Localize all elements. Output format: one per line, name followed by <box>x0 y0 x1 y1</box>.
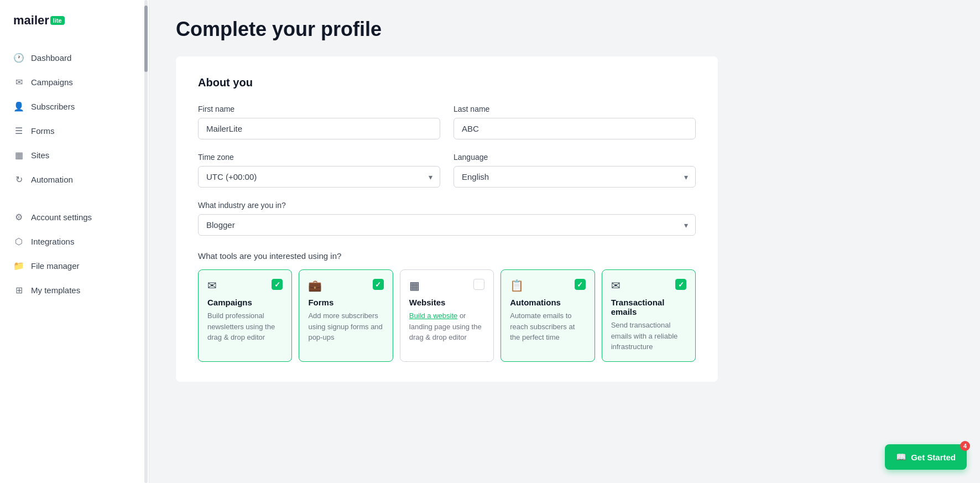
tool-card-header: ✉ <box>611 279 686 292</box>
sidebar-item-campaigns[interactable]: ✉ Campaigns <box>0 70 149 94</box>
logo-badge: lite <box>50 16 65 25</box>
sidebar-item-label: My templates <box>31 285 80 295</box>
logo: mailer lite <box>13 13 135 28</box>
industry-select[interactable]: Blogger E-commerce Agency SaaS Non-profi… <box>198 214 696 236</box>
sidebar-item-label: Integrations <box>31 237 74 246</box>
tool-name: Websites <box>409 298 484 307</box>
tool-desc: Build a website or landing page using th… <box>409 310 484 343</box>
logo-text: mailer <box>13 13 49 28</box>
logo-area: mailer lite <box>0 13 149 45</box>
tool-card-header: 📋 <box>510 279 585 292</box>
tool-card-header: ▦ <box>409 279 484 292</box>
forms-checkbox[interactable] <box>373 279 384 290</box>
sidebar-item-subscribers[interactable]: 👤 Subscribers <box>0 94 149 118</box>
user-icon: 👤 <box>13 101 24 112</box>
tool-desc: Add more subscribers using signup forms … <box>308 310 383 343</box>
transactional-checkbox[interactable] <box>675 279 686 290</box>
industry-label: What industry are you in? <box>198 201 696 210</box>
tool-desc: Automate emails to reach subscribers at … <box>510 310 585 343</box>
sidebar-item-label: Sites <box>31 150 49 160</box>
last-name-input[interactable] <box>453 118 696 139</box>
tool-name: Campaigns <box>207 298 283 307</box>
sites-icon: ▦ <box>13 149 24 160</box>
tool-card-transactional[interactable]: ✉ Transactional emails Send transactiona… <box>602 269 696 362</box>
sidebar-item-label: Forms <box>31 126 55 136</box>
tool-card-header: 💼 <box>308 279 383 292</box>
websites-checkbox[interactable] <box>473 279 484 290</box>
website-link[interactable]: Build a website <box>409 311 457 320</box>
tool-card-header: ✉ <box>207 279 283 292</box>
main-content: Complete your profile About you First na… <box>149 0 980 483</box>
tool-desc: Build professional newsletters using the… <box>207 310 283 343</box>
book-icon: 📖 <box>896 452 906 462</box>
profile-card: About you First name Last name Time zone… <box>176 56 718 382</box>
get-started-button[interactable]: 📖 Get Started 4 <box>885 444 967 470</box>
industry-group: What industry are you in? Blogger E-comm… <box>198 201 696 236</box>
tool-name: Transactional emails <box>611 298 686 316</box>
tool-card-forms[interactable]: 💼 Forms Add more subscribers using signu… <box>299 269 393 362</box>
email-icon: ✉ <box>207 279 217 292</box>
tools-section: What tools are you interested using in? … <box>198 251 696 362</box>
sidebar-item-sites[interactable]: ▦ Sites <box>0 143 149 167</box>
sidebar-item-automation[interactable]: ↻ Automation <box>0 167 149 191</box>
name-row: First name Last name <box>198 105 696 139</box>
sidebar-item-label: File manager <box>31 261 80 271</box>
notification-badge: 4 <box>960 441 970 451</box>
sidebar-item-my-templates[interactable]: ⊞ My templates <box>0 278 149 302</box>
timezone-label: Time zone <box>198 153 440 162</box>
get-started-label: Get Started <box>911 453 956 462</box>
last-name-label: Last name <box>453 105 696 113</box>
industry-row: What industry are you in? Blogger E-comm… <box>198 201 696 236</box>
timezone-select-wrapper: UTC (+00:00) UTC (+01:00) UTC (+02:00) U… <box>198 166 440 188</box>
automation-icon: 📋 <box>510 279 524 292</box>
timezone-group: Time zone UTC (+00:00) UTC (+01:00) UTC … <box>198 153 440 188</box>
transactional-icon: ✉ <box>611 279 621 292</box>
tools-grid: ✉ Campaigns Build professional newslette… <box>198 269 696 362</box>
language-select[interactable]: English Spanish French German Portuguese <box>453 166 696 188</box>
sidebar-item-dashboard[interactable]: 🕐 Dashboard <box>0 45 149 70</box>
templates-icon: ⊞ <box>13 284 24 295</box>
language-label: Language <box>453 153 696 162</box>
timezone-select[interactable]: UTC (+00:00) UTC (+01:00) UTC (+02:00) U… <box>198 166 440 188</box>
tool-desc: Send transactional emails with a reliabl… <box>611 320 686 352</box>
tool-card-campaigns[interactable]: ✉ Campaigns Build professional newslette… <box>198 269 292 362</box>
integrations-icon: ⬡ <box>13 236 24 247</box>
first-name-group: First name <box>198 105 440 139</box>
tool-card-websites[interactable]: ▦ Websites Build a website or landing pa… <box>400 269 494 362</box>
sidebar-item-label: Dashboard <box>31 53 71 63</box>
first-name-input[interactable] <box>198 118 440 139</box>
tool-name: Forms <box>308 298 383 307</box>
first-name-label: First name <box>198 105 440 113</box>
clock-icon: 🕐 <box>13 52 24 63</box>
automation-icon: ↻ <box>13 174 24 185</box>
folder-icon: 📁 <box>13 260 24 271</box>
sidebar-item-forms[interactable]: ☰ Forms <box>0 118 149 143</box>
email-icon: ✉ <box>13 76 24 87</box>
language-group: Language English Spanish French German P… <box>453 153 696 188</box>
website-icon: ▦ <box>409 279 420 292</box>
campaigns-checkbox[interactable] <box>272 279 283 290</box>
sidebar-item-label: Account settings <box>31 212 92 222</box>
settings-icon: ⚙ <box>13 211 24 222</box>
last-name-group: Last name <box>453 105 696 139</box>
sidebar-scrollbar[interactable] <box>144 0 148 483</box>
briefcase-icon: 💼 <box>308 279 322 292</box>
sidebar-item-integrations[interactable]: ⬡ Integrations <box>0 229 149 253</box>
sidebar-item-file-manager[interactable]: 📁 File manager <box>0 253 149 278</box>
sidebar-item-label: Campaigns <box>31 77 73 87</box>
sidebar-item-label: Subscribers <box>31 102 75 111</box>
tool-card-automations[interactable]: 📋 Automations Automate emails to reach s… <box>501 269 595 362</box>
tool-name: Automations <box>510 298 585 307</box>
page-title: Complete your profile <box>176 18 953 41</box>
about-you-title: About you <box>198 76 696 89</box>
sidebar-item-label: Automation <box>31 175 73 184</box>
sidebar-scrollbar-thumb <box>144 6 148 72</box>
sidebar: mailer lite 🕐 Dashboard ✉ Campaigns 👤 Su… <box>0 0 149 483</box>
industry-select-wrapper: Blogger E-commerce Agency SaaS Non-profi… <box>198 214 696 236</box>
timezone-language-row: Time zone UTC (+00:00) UTC (+01:00) UTC … <box>198 153 696 188</box>
sidebar-item-account-settings[interactable]: ⚙ Account settings <box>0 205 149 229</box>
tools-label: What tools are you interested using in? <box>198 251 696 261</box>
forms-icon: ☰ <box>13 125 24 136</box>
automations-checkbox[interactable] <box>575 279 586 290</box>
language-select-wrapper: English Spanish French German Portuguese… <box>453 166 696 188</box>
